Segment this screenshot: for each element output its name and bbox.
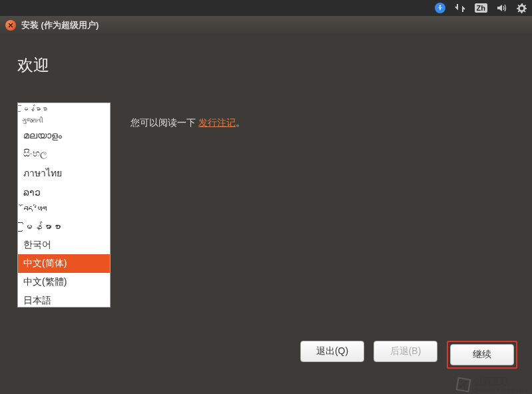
language-item[interactable]: 한국어 <box>18 236 110 254</box>
language-list[interactable]: မြန်မာစာગુજરાતીമലയാളംසිංහලภาษาไทยລາວབོད་… <box>17 102 111 307</box>
top-panel: Zh <box>0 0 532 16</box>
language-item[interactable]: မြန်မာစာ <box>18 103 110 114</box>
close-button[interactable] <box>5 20 16 31</box>
page-heading: 欢迎 <box>17 55 515 76</box>
language-item[interactable]: 日本語 <box>18 292 110 307</box>
language-item[interactable]: 中文(简体) <box>18 254 110 273</box>
language-item[interactable]: ภาษาไทย <box>18 162 110 184</box>
language-item[interactable]: සිංහල <box>18 144 110 162</box>
watermark-en: CHUANG XIN HU LIAN <box>473 388 528 393</box>
settings-gear-icon[interactable] <box>517 3 527 13</box>
volume-icon[interactable] <box>497 3 507 13</box>
language-item[interactable]: മലയാളം <box>18 126 110 144</box>
network-icon[interactable] <box>455 3 465 13</box>
watermark-logo-icon: X <box>456 377 471 392</box>
intro-prefix: 您可以阅读一下 <box>131 117 198 128</box>
language-item[interactable]: བོད་ཡིག <box>18 201 110 218</box>
svg-point-0 <box>439 5 441 7</box>
language-item[interactable]: ગુજરાતી <box>18 114 110 126</box>
button-row: 退出(Q) 后退(B) 继续 <box>300 341 517 369</box>
ime-indicator[interactable]: Zh <box>475 3 487 13</box>
release-notes-link[interactable]: 发行注记 <box>198 117 236 128</box>
accessibility-icon[interactable] <box>435 3 445 13</box>
watermark-cn: 创新互联 <box>473 376 528 388</box>
language-item[interactable]: မြန်မာစာ <box>18 218 110 236</box>
content-area: 欢迎 မြန်မာစာગુજરાતીമലയാളംසිංහලภาษาไทยລາວབ… <box>0 35 532 307</box>
intro-suffix: 。 <box>236 117 245 128</box>
intro-text: 您可以阅读一下 发行注记。 <box>131 102 245 307</box>
window-title: 安装 (作为超级用户) <box>21 19 99 31</box>
watermark: X 创新互联 CHUANG XIN HU LIAN <box>457 376 528 393</box>
continue-button[interactable]: 继续 <box>450 344 514 365</box>
language-item[interactable]: ລາວ <box>18 184 110 201</box>
back-button[interactable]: 后退(B) <box>374 341 437 362</box>
language-item[interactable]: 中文(繁體) <box>18 273 110 292</box>
titlebar: 安装 (作为超级用户) <box>0 16 532 35</box>
installer-window: 安装 (作为超级用户) 欢迎 မြန်မာစာગુજરાતીമലയാളംසිංහ… <box>0 16 532 394</box>
quit-button[interactable]: 退出(Q) <box>300 341 364 362</box>
continue-highlight: 继续 <box>447 341 517 369</box>
